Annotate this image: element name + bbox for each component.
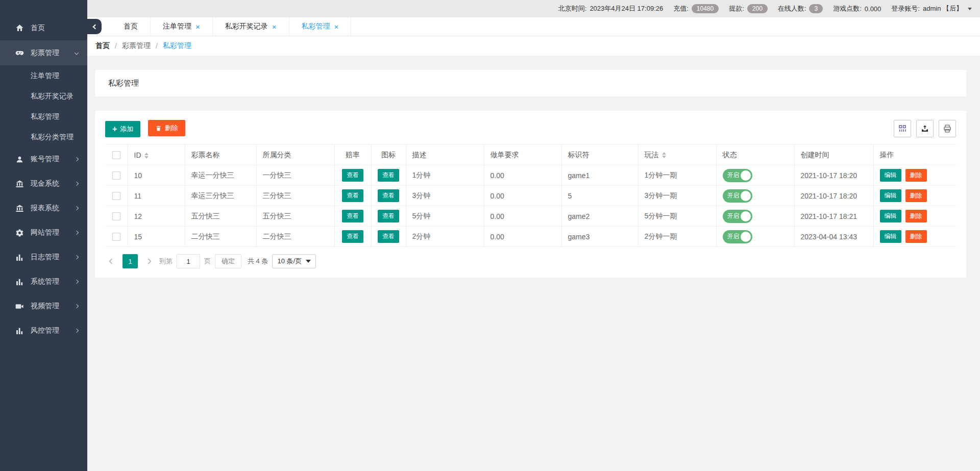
goto-prefix: 到第 [159, 257, 173, 266]
view-icon-button[interactable]: 查看 [378, 189, 399, 202]
status-toggle[interactable]: 开启 [723, 169, 752, 182]
tab-bet-orders[interactable]: 注单管理 × [151, 17, 213, 36]
breadcrumb-current: 私彩管理 [163, 41, 191, 51]
points-label: 游戏点数: [833, 4, 862, 13]
online-badge[interactable]: 3 [809, 4, 823, 13]
page-size-select[interactable]: 10 条/页 [272, 254, 316, 268]
caret-down-icon [968, 8, 972, 10]
column-header-requirement: 做单要求 [484, 145, 561, 165]
printer-icon [943, 124, 952, 133]
cell-name: 二分快三 [185, 227, 256, 247]
recharge-badge[interactable]: 10480 [692, 4, 719, 13]
gear-icon [15, 229, 24, 237]
online-stat: 在线人数: 3 [778, 4, 823, 13]
chevron-right-icon [75, 329, 79, 333]
status-toggle[interactable]: 开启 [723, 210, 752, 223]
filter-columns-button[interactable] [894, 120, 911, 137]
cell-identifier: game2 [561, 206, 638, 227]
close-icon[interactable]: × [272, 23, 277, 31]
sidebar-item-home[interactable]: 首页 [0, 15, 87, 40]
edit-button[interactable]: 编辑 [880, 189, 901, 202]
column-header-id: ID [128, 145, 185, 165]
export-button[interactable] [916, 120, 934, 137]
cell-desc: 2分钟 [406, 227, 484, 247]
cell-category: 五分快三 [256, 206, 334, 227]
edit-button[interactable]: 编辑 [880, 210, 901, 222]
sidebar-item-label: 风控管理 [31, 326, 59, 335]
sidebar-item-system-management[interactable]: 系统管理 [0, 269, 87, 294]
cell-id: 15 [128, 227, 185, 247]
sidebar-item-cash-system[interactable]: 现金系统 [0, 171, 87, 196]
view-odds-button[interactable]: 查看 [342, 189, 363, 202]
close-icon[interactable]: × [195, 23, 200, 31]
prev-page-button[interactable] [105, 254, 118, 268]
row-checkbox[interactable] [112, 171, 120, 180]
next-page-button[interactable] [142, 254, 155, 268]
sidebar-item-log-management[interactable]: 日志管理 [0, 245, 87, 269]
delete-button[interactable]: 删除 [148, 120, 185, 136]
print-button[interactable] [939, 120, 956, 137]
cell-created: 2021-10-17 18:21 [794, 206, 873, 227]
breadcrumb-lottery-management[interactable]: 彩票管理 [122, 41, 151, 51]
select-all-checkbox[interactable] [112, 151, 120, 159]
table-row: 11 幸运三分快三 三分快三 查看 查看 3分钟 0.00 5 3分钟一期 开启… [105, 186, 956, 206]
column-header-actions: 操作 [873, 145, 956, 165]
main-region: 北京时间: 2023年4月24日 17:09:26 充值: 10480 提款: … [87, 0, 980, 471]
recharge-stat: 充值: 10480 [673, 4, 719, 13]
goto-page-input[interactable] [177, 254, 200, 268]
gamepad-icon [15, 48, 24, 57]
account-value: admin 【后】 [923, 4, 963, 13]
breadcrumb-separator: / [115, 42, 117, 50]
view-odds-button[interactable]: 查看 [342, 210, 363, 222]
row-checkbox[interactable] [112, 192, 120, 200]
view-odds-button[interactable]: 查看 [342, 230, 363, 243]
column-header-status: 状态 [716, 145, 794, 165]
cell-name: 五分快三 [185, 206, 256, 227]
cell-requirement: 0.00 [484, 165, 561, 186]
sidebar-item-site-management[interactable]: 网站管理 [0, 220, 87, 245]
withdraw-badge[interactable]: 200 [747, 4, 768, 13]
current-page[interactable]: 1 [122, 254, 138, 268]
toolbar-right [894, 120, 956, 137]
trash-icon [155, 125, 162, 132]
column-header-play: 玩法 [638, 145, 716, 165]
edit-button[interactable]: 编辑 [880, 169, 901, 182]
sidebar-item-lottery-category[interactable]: 私彩分类管理 [0, 127, 87, 147]
breadcrumb-home[interactable]: 首页 [95, 41, 110, 51]
edit-button[interactable]: 编辑 [880, 230, 901, 243]
cell-created: 2023-04-04 13:43 [794, 227, 873, 247]
tab-label: 注单管理 [163, 22, 191, 31]
tab-draw-records[interactable]: 私彩开奖记录 × [213, 17, 289, 36]
sidebar-item-private-lottery[interactable]: 私彩管理 [0, 106, 87, 127]
row-checkbox[interactable] [112, 212, 120, 220]
row-delete-button[interactable]: 删除 [905, 230, 927, 243]
row-delete-button[interactable]: 删除 [905, 169, 927, 182]
sidebar-item-accounts[interactable]: 账号管理 [0, 147, 87, 171]
view-icon-button[interactable]: 查看 [378, 210, 399, 222]
view-odds-button[interactable]: 查看 [342, 169, 363, 182]
tab-private-lottery[interactable]: 私彩管理 × [289, 17, 352, 36]
tab-home[interactable]: 首页 [111, 17, 151, 36]
sidebar-item-report-system[interactable]: 报表系统 [0, 196, 87, 220]
sidebar-item-label: 系统管理 [31, 277, 59, 286]
row-checkbox[interactable] [112, 233, 120, 241]
row-delete-button[interactable]: 删除 [905, 189, 927, 202]
sort-icon[interactable] [144, 153, 149, 159]
add-button[interactable]: + 添加 [105, 121, 140, 137]
account-menu[interactable]: 登录账号: admin 【后】 [891, 4, 972, 13]
sidebar-item-lottery-draw-records[interactable]: 私彩开奖记录 [0, 86, 87, 106]
status-toggle[interactable]: 开启 [723, 230, 752, 243]
sidebar-item-lottery[interactable]: 彩票管理 [0, 40, 87, 65]
view-icon-button[interactable]: 查看 [378, 169, 399, 182]
goto-confirm-button[interactable]: 确定 [215, 254, 241, 268]
sidebar-item-bet-orders[interactable]: 注单管理 [0, 65, 87, 86]
sidebar-item-risk-management[interactable]: 风控管理 [0, 318, 87, 343]
close-icon[interactable]: × [334, 23, 339, 31]
row-delete-button[interactable]: 删除 [905, 210, 927, 222]
sidebar: 首页 彩票管理 注单管理 私彩开奖记录 私彩管理 私彩分类管理 账号管理 现金系… [0, 0, 87, 471]
sidebar-item-video-management[interactable]: 视频管理 [0, 294, 87, 318]
sort-icon[interactable] [662, 152, 666, 158]
cell-play: 3分钟一期 [638, 186, 716, 206]
view-icon-button[interactable]: 查看 [378, 230, 399, 243]
status-toggle[interactable]: 开启 [723, 189, 752, 203]
